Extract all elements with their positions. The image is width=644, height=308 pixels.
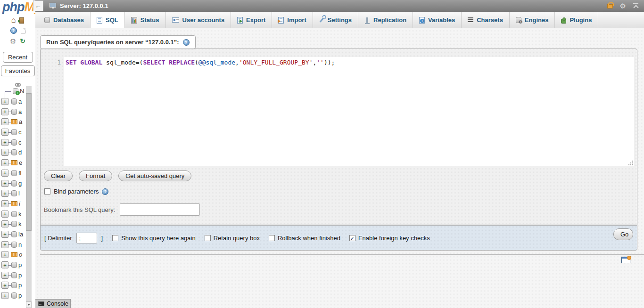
tree-item[interactable]: +d: [0, 147, 26, 158]
tree-scrollbar-thumb[interactable]: [26, 93, 32, 231]
bookmark-input[interactable]: [120, 203, 200, 216]
bookmark-row: Bookmark this SQL query:: [44, 203, 200, 216]
tree-item[interactable]: +a: [0, 97, 26, 107]
tab-user-accounts[interactable]: User accounts: [166, 12, 231, 28]
expand-plus-icon[interactable]: +: [1, 261, 8, 268]
ssl-lock-icon[interactable]: [607, 4, 613, 8]
tree-item[interactable]: +p: [0, 280, 26, 291]
bind-parameters-help-icon[interactable]: ?: [102, 188, 108, 195]
expand-plus-icon[interactable]: +: [1, 200, 8, 207]
expand-plus-icon[interactable]: +: [1, 241, 8, 248]
tree-item[interactable]: +k: [0, 209, 26, 219]
clear-button[interactable]: Clear: [44, 170, 73, 181]
tree-item[interactable]: +i: [0, 199, 26, 209]
expand-plus-icon[interactable]: +: [1, 118, 8, 125]
bind-parameters-row: Bind parameters ?: [44, 188, 108, 195]
database-icon: [11, 211, 17, 217]
tab-charsets[interactable]: Charsets: [462, 12, 510, 28]
checkbox-unchecked[interactable]: [205, 235, 211, 241]
favorite-tables-button[interactable]: Favorites: [1, 65, 35, 76]
page-settings-gear-icon[interactable]: ⚙: [620, 2, 626, 10]
option-retain-query-box[interactable]: Retain query box: [205, 235, 260, 242]
help-icon[interactable]: ?: [10, 27, 17, 34]
expand-plus-icon[interactable]: +: [1, 220, 8, 227]
open-new-window-icon[interactable]: [621, 257, 630, 263]
recent-tables-button[interactable]: Recent: [3, 52, 33, 63]
expand-plus-icon[interactable]: +: [1, 149, 8, 156]
tab-replication[interactable]: Replication: [358, 12, 413, 28]
phpmyadmin-logo[interactable]: phpMyAdmin: [0, 0, 35, 15]
expand-plus-icon[interactable]: +: [1, 292, 8, 299]
tab-import[interactable]: Import: [272, 12, 313, 28]
tab-export[interactable]: Export: [231, 12, 272, 28]
tree-item[interactable]: +p: [0, 270, 26, 280]
expand-plus-icon[interactable]: +: [1, 251, 8, 258]
tab-databases[interactable]: Databases: [35, 12, 91, 28]
expand-plus-icon[interactable]: +: [1, 272, 8, 279]
tree-item[interactable]: +e: [0, 158, 26, 168]
tab-label: Plugins: [570, 16, 592, 24]
sql-editor[interactable]: 1 SET GLOBAL sql_mode=(SELECT REPLACE(@@…: [52, 57, 634, 166]
format-button[interactable]: Format: [79, 170, 112, 181]
tree-item[interactable]: +p: [0, 291, 26, 301]
tree-item[interactable]: +c: [0, 137, 26, 147]
tab-plugins[interactable]: Plugins: [555, 12, 598, 28]
scroll-to-top-icon[interactable]: [633, 3, 638, 8]
tree-item[interactable]: +a: [0, 117, 26, 127]
documentation-icon[interactable]: [21, 28, 25, 33]
panel-settings-gear-icon[interactable]: ⚙: [10, 38, 16, 45]
get-auto-saved-query-button[interactable]: Get auto-saved query: [118, 170, 191, 181]
expand-plus-icon[interactable]: +: [1, 170, 8, 177]
bind-parameters-checkbox[interactable]: [44, 188, 50, 195]
sql-token-plain: sql_mode: [106, 59, 136, 66]
tab-status[interactable]: Status: [125, 12, 166, 28]
tree-item[interactable]: +a: [0, 106, 26, 117]
option-rollback-when-finished[interactable]: Rollback when finished: [269, 235, 340, 242]
delimiter-input[interactable]: [76, 233, 97, 243]
sql-token-keyword: GLOBAL: [80, 59, 102, 66]
tab-sql[interactable]: SQL: [91, 12, 125, 28]
expand-plus-icon[interactable]: +: [1, 129, 8, 136]
expand-plus-icon[interactable]: +: [1, 211, 8, 218]
console-toggle[interactable]: Console: [35, 299, 71, 308]
go-button[interactable]: Go: [613, 228, 633, 240]
checkbox-unchecked[interactable]: [112, 235, 118, 241]
option-show-this-query-here-again[interactable]: Show this query here again: [112, 235, 196, 242]
tree-item[interactable]: N: [0, 86, 26, 97]
option-enable-foreign-key-checks[interactable]: ✓Enable foreign key checks: [349, 235, 430, 242]
reload-navigation-icon[interactable]: ↻: [20, 38, 25, 44]
checkbox-checked[interactable]: ✓: [349, 235, 355, 241]
expand-plus-icon[interactable]: +: [1, 98, 8, 105]
tree-item[interactable]: +p: [0, 260, 26, 270]
expand-plus-icon[interactable]: +: [1, 108, 8, 115]
tree-item[interactable]: +k: [0, 219, 26, 229]
tree-item[interactable]: +fl: [0, 168, 26, 178]
sql-token-keyword: SET: [66, 59, 76, 66]
server-breadcrumb[interactable]: Server: 127.0.0.1: [60, 2, 108, 9]
sql-code-line[interactable]: SET GLOBAL sql_mode=(SELECT REPLACE(@@sq…: [64, 57, 634, 166]
logout-icon[interactable]: [19, 17, 24, 24]
tree-item[interactable]: +o: [0, 250, 26, 260]
home-icon[interactable]: ⌂: [11, 16, 16, 24]
expand-plus-icon[interactable]: +: [1, 159, 8, 166]
tree-scroll-down-button[interactable]: [26, 301, 32, 308]
tree-item-label: k: [18, 211, 22, 218]
checkbox-unchecked[interactable]: [269, 235, 275, 241]
expand-plus-icon[interactable]: +: [1, 190, 8, 197]
tree-item[interactable]: +g: [0, 178, 26, 188]
tree-item[interactable]: +c: [0, 127, 26, 138]
tree-item[interactable]: +la: [0, 229, 26, 240]
tab-engines[interactable]: Engines: [510, 12, 555, 28]
expand-plus-icon[interactable]: +: [1, 139, 8, 146]
tab-settings[interactable]: Settings: [313, 12, 358, 28]
expand-plus-icon[interactable]: +: [1, 282, 8, 289]
expand-plus-icon[interactable]: +: [1, 231, 8, 238]
sql-help-icon[interactable]: ?: [183, 39, 190, 46]
tab-variables[interactable]: Variables: [413, 12, 462, 28]
tree-item[interactable]: +n: [0, 239, 26, 250]
tab-label: Import: [287, 16, 306, 24]
collapse-navigation-button[interactable]: ←: [33, 0, 43, 11]
tree-item-label: fl: [18, 170, 22, 177]
tree-item[interactable]: +i: [0, 188, 26, 199]
expand-plus-icon[interactable]: +: [1, 180, 8, 187]
